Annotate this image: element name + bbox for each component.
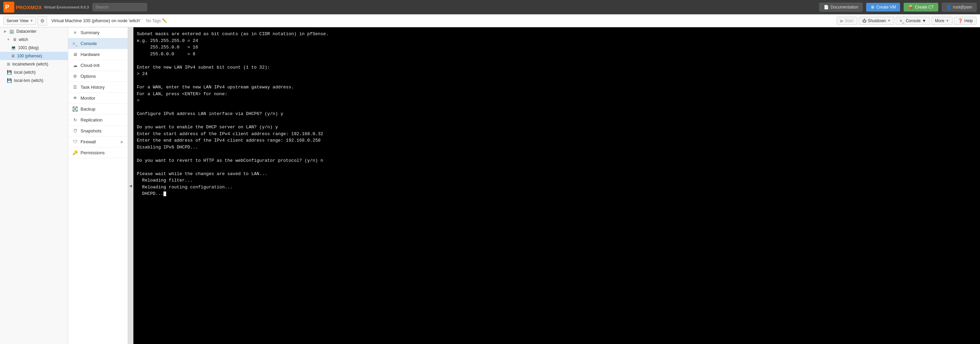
options-label: Options [81,74,96,79]
create-ct-button[interactable]: 📦 Create CT [904,3,938,11]
start-button[interactable]: ▶ Start [837,17,857,25]
firewall-icon: 🛡 [72,139,78,144]
env-version: Virtual Environment 8.0.3 [44,5,89,9]
nav-item-console[interactable]: >_ Console [68,38,127,49]
nav-item-options[interactable]: ⚙ Options [68,71,127,82]
replication-label: Replication [81,118,102,123]
vm-title: Virtual Machine 100 (pfsense) on node 'w… [51,18,140,23]
start-icon: ▶ [840,18,843,23]
start-label: Start [845,18,853,23]
summary-label: Summary [81,30,100,35]
gear-button[interactable]: ⚙ [38,16,47,25]
create-ct-label: Create CT [915,5,934,10]
collapse-toggle[interactable]: ◀ [128,27,134,344]
local-lvm-label: local-lvm (witch) [14,78,43,83]
firewall-arrow-icon: ▶ [121,140,124,144]
edit-tags-icon[interactable]: ✏️ [162,18,167,23]
create-vm-button[interactable]: 🖥 Create VM [866,3,900,11]
more-button[interactable]: More ▼ [931,17,953,25]
hardware-icon: 🖥 [72,52,78,57]
logo: P PROXMOX Virtual Environment 8.0.3 [3,2,89,13]
no-tags: No Tags ✏️ [146,18,167,23]
nav-item-replication[interactable]: ↻ Replication [68,115,127,126]
console-button[interactable]: >_ Console ▼ [896,17,930,25]
vm-100-label: 100 (pfsense) [17,54,42,58]
nav-item-task-history[interactable]: ☰ Task History [68,82,127,93]
shutdown-dropdown-arrow: ▼ [888,19,891,22]
vm-100-icon: 🖥 [11,54,15,58]
local-lvm-icon: 💾 [7,78,12,83]
nav-item-firewall[interactable]: 🛡 Firewall ▶ [68,137,127,147]
tree-item-witch[interactable]: ▼ 🖥 witch [0,35,68,44]
help-button[interactable]: ❓ Help [954,17,977,25]
tree-item-datacenter[interactable]: ▶ 🏢 Datacenter [0,27,68,35]
nav-item-permissions[interactable]: 🔑 Permissions [68,147,127,158]
hardware-label: Hardware [81,52,100,57]
user-icon: 👤 [946,5,951,10]
proxmox-text: PROXMOX [16,5,42,10]
tree-item-local-lvm[interactable]: 💾 local-lvm (witch) [0,76,68,84]
topbar: P PROXMOX Virtual Environment 8.0.3 📄 Do… [0,0,980,14]
console-icon: >_ [899,18,904,23]
shutdown-button[interactable]: ⏻ Shutdown ▼ [859,17,894,25]
monitor-icon: 👁 [72,96,78,101]
snapshots-label: Snapshots [81,128,101,134]
secondbar: Server View ▼ ⚙ Virtual Machine 100 (pfs… [0,14,980,27]
nav-sidebar: ≡ Summary >_ Console 🖥 Hardware ☁ Cloud-… [68,27,128,344]
more-dropdown-arrow: ▼ [945,19,949,22]
expand-icon: ▶ [4,30,6,33]
vm-1001-icon: 💻 [11,45,16,50]
no-tags-label: No Tags [146,18,161,23]
console-cursor [164,191,166,196]
documentation-button[interactable]: 📄 Documentation [819,3,862,11]
shutdown-label: Shutdown [868,18,886,23]
nav-item-backup[interactable]: 💽 Backup [68,104,127,115]
replication-icon: ↻ [72,118,78,123]
search-input[interactable] [92,3,147,11]
help-icon: ❓ [958,18,963,23]
nav-item-cloud-init[interactable]: ☁ Cloud-Init [68,60,127,71]
nav-item-monitor[interactable]: 👁 Monitor [68,93,127,104]
content-area: ≡ Summary >_ Console 🖥 Hardware ☁ Cloud-… [68,27,980,344]
server-view-select[interactable]: Server View ▼ [3,17,36,25]
tree-item-local[interactable]: 💾 local (witch) [0,68,68,76]
nav-item-summary[interactable]: ≡ Summary [68,27,127,38]
witch-label: witch [19,37,28,42]
tree-item-localnetwork[interactable]: ⊞ localnetwork (witch) [0,60,68,68]
localnetwork-label: localnetwork (witch) [12,62,48,67]
task-history-icon: ☰ [72,84,78,90]
doc-label: Documentation [830,5,858,10]
summary-icon: ≡ [72,30,78,35]
expand-witch-icon: ▼ [7,38,10,41]
console-dropdown-arrow: ▼ [922,18,926,23]
nav-item-hardware[interactable]: 🖥 Hardware [68,49,127,60]
datacenter-label: Datacenter [16,29,37,34]
cloud-init-icon: ☁ [72,63,78,68]
create-vm-icon: 🖥 [870,5,875,10]
local-icon: 💾 [7,70,12,75]
console-nav-icon: >_ [72,41,78,46]
nav-item-snapshots[interactable]: ⏱ Snapshots [68,126,127,137]
proxmox-logo-icon: P [3,2,14,13]
local-label: local (witch) [14,70,35,75]
cloud-init-label: Cloud-Init [81,63,100,68]
backup-icon: 💽 [72,107,78,111]
vm-1001-label: 1001 (blog) [18,45,39,50]
tree-item-1001[interactable]: 💻 1001 (blog) [0,44,68,52]
user-label: root@pam [953,5,972,10]
witch-icon: 🖥 [13,37,17,42]
console-area[interactable]: Subnet masks are entered as bit counts (… [134,27,980,344]
collapse-arrow-icon: ◀ [129,184,132,188]
doc-icon: 📄 [824,5,829,10]
create-ct-icon: 📦 [908,5,913,10]
firewall-label: Firewall [81,139,96,144]
monitor-label: Monitor [81,96,95,101]
console-nav-label: Console [81,41,97,46]
user-menu-button[interactable]: 👤 root@pam [942,3,977,11]
backup-label: Backup [81,107,95,111]
server-view-label: Server View [6,18,28,23]
permissions-icon: 🔑 [72,150,78,155]
task-history-label: Task History [81,84,105,90]
shutdown-icon: ⏻ [862,18,866,23]
tree-item-100-pfsense[interactable]: 🖥 100 (pfsense) [0,52,68,60]
